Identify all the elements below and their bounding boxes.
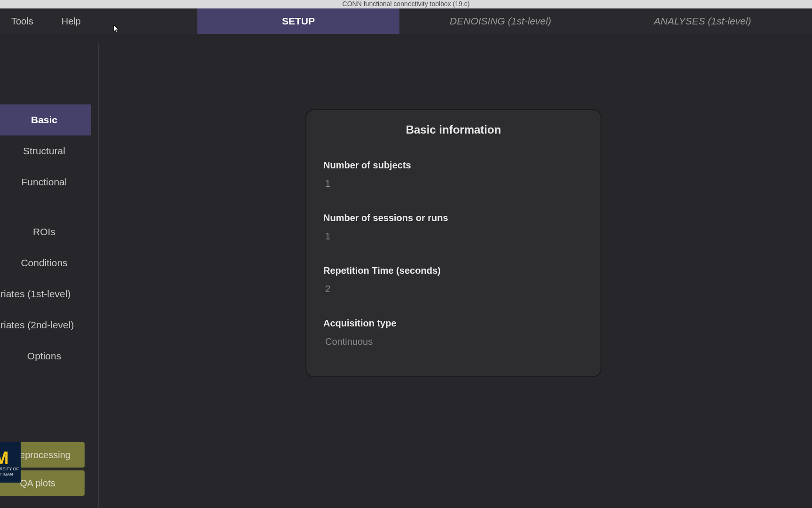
- app-root: Tools Help SETUP DENOISING (1st-level) A…: [0, 8, 812, 508]
- acq-label: Acquisition type: [323, 318, 584, 329]
- field-tr: Repetition Time (seconds) 2: [323, 265, 584, 294]
- main-tabs: SETUP DENOISING (1st-level) ANALYSES (1s…: [197, 8, 812, 34]
- sessions-value[interactable]: 1: [323, 231, 584, 242]
- logo-text-2: HIGAN: [0, 472, 13, 477]
- subjects-label: Number of subjects: [323, 160, 584, 171]
- basic-information-panel: Basic information Number of subjects 1 N…: [305, 109, 601, 377]
- mouse-cursor-icon: [113, 24, 120, 34]
- sidebar-item-rois[interactable]: ROIs: [0, 216, 91, 247]
- logo-m-icon: M: [0, 448, 6, 468]
- sidebar-item-covariates-2nd[interactable]: Covariates (2nd-level): [0, 310, 75, 341]
- tab-analyses[interactable]: ANALYSES (1st-level): [601, 8, 804, 34]
- menu-help[interactable]: Help: [47, 16, 95, 27]
- field-subjects: Number of subjects 1: [323, 160, 584, 189]
- sidebar: Basic Structural Functional ROIs Conditi…: [0, 43, 99, 508]
- workspace: Basic Structural Functional ROIs Conditi…: [0, 34, 812, 508]
- sidebar-item-functional[interactable]: Functional: [0, 167, 91, 198]
- acq-value[interactable]: Continuous: [323, 336, 584, 347]
- tab-denoising[interactable]: DENOISING (1st-level): [399, 8, 601, 34]
- university-logo: M RSITY OF HIGAN: [0, 442, 21, 483]
- sessions-label: Number of sessions or runs: [323, 213, 584, 223]
- sidebar-item-conditions[interactable]: Conditions: [0, 247, 91, 278]
- logo-text-1: RSITY OF: [0, 467, 19, 472]
- field-acquisition: Acquisition type Continuous: [323, 318, 584, 347]
- panel-title: Basic information: [323, 123, 584, 136]
- sidebar-item-options[interactable]: Options: [0, 341, 91, 372]
- menu-tools[interactable]: Tools: [0, 16, 47, 27]
- sidebar-item-basic[interactable]: Basic: [0, 104, 91, 135]
- field-sessions: Number of sessions or runs 1: [323, 213, 584, 242]
- window-title: CONN functional connectivity toolbox (19…: [0, 0, 812, 8]
- menubar: Tools Help SETUP DENOISING (1st-level) A…: [0, 8, 812, 34]
- sidebar-item-covariates-1st[interactable]: Covariates (1st-level): [0, 278, 75, 310]
- sidebar-item-structural[interactable]: Structural: [0, 135, 91, 167]
- subjects-value[interactable]: 1: [323, 178, 584, 189]
- tr-label: Repetition Time (seconds): [323, 265, 584, 276]
- tr-value[interactable]: 2: [323, 284, 584, 294]
- tab-setup[interactable]: SETUP: [197, 8, 399, 34]
